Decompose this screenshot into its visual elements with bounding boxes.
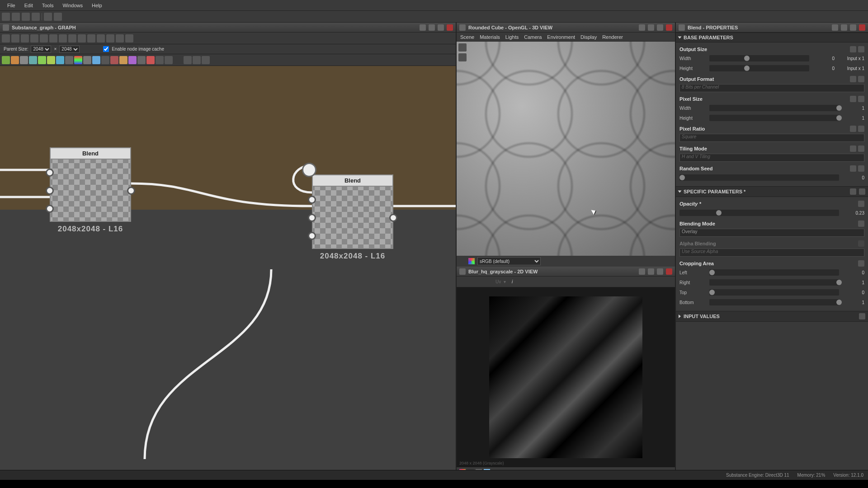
node-blend-2[interactable]: Blend 2048x2048 - L16 xyxy=(312,174,393,261)
crop-left-value[interactable]: 0 xyxy=(842,270,864,275)
menu-icon[interactable] xyxy=(858,76,864,82)
view3d-menu-materials[interactable]: Materials xyxy=(480,34,500,40)
link-icon[interactable] xyxy=(850,145,856,152)
palette-warp-icon[interactable] xyxy=(119,56,127,64)
menu-help[interactable]: Help xyxy=(87,1,107,10)
redo-icon[interactable] xyxy=(54,13,62,21)
info-overlay-icon[interactable] xyxy=(459,258,466,264)
port-in-3[interactable] xyxy=(308,232,316,240)
view3d-menu-renderer[interactable]: Renderer xyxy=(602,34,623,40)
open-icon[interactable] xyxy=(12,13,20,21)
crop-right-slider[interactable] xyxy=(709,279,839,286)
pixel-height-slider[interactable] xyxy=(709,115,839,121)
view3d-menu-lights[interactable]: Lights xyxy=(505,34,519,40)
view3d-menu-display[interactable]: Display xyxy=(580,34,597,40)
section-base-parameters[interactable]: BASE PARAMETERS xyxy=(676,33,868,42)
menu-icon[interactable] xyxy=(858,221,864,227)
palette-input-icon[interactable] xyxy=(2,56,10,64)
palette-transform-icon[interactable] xyxy=(56,56,64,64)
pin-icon[interactable] xyxy=(639,268,645,275)
close-icon[interactable] xyxy=(447,24,453,31)
menu-edit[interactable]: Edit xyxy=(20,1,38,10)
menu-windows[interactable]: Windows xyxy=(58,1,87,10)
palette-curve-icon[interactable] xyxy=(47,56,55,64)
fit-icon[interactable] xyxy=(49,34,57,42)
menu-tools[interactable]: Tools xyxy=(38,1,58,10)
maximize-icon[interactable] xyxy=(438,24,444,31)
palette-channels-icon[interactable] xyxy=(83,56,91,64)
maximize-icon[interactable] xyxy=(657,24,663,31)
cache-checkbox[interactable] xyxy=(103,46,109,52)
menu-icon[interactable] xyxy=(858,240,864,247)
link-icon[interactable] xyxy=(850,76,856,82)
add-icon[interactable] xyxy=(859,313,865,319)
camera-icon[interactable] xyxy=(21,34,29,42)
palette-pin-icon[interactable] xyxy=(202,56,210,64)
align-icon[interactable] xyxy=(68,34,76,42)
output-width-mode[interactable]: Input x 1 xyxy=(837,56,864,61)
pixel-width-slider[interactable] xyxy=(709,105,839,111)
menu-icon[interactable] xyxy=(858,96,864,102)
crop-left-slider[interactable] xyxy=(709,269,839,276)
output-width-slider[interactable] xyxy=(709,55,809,61)
save-icon[interactable] xyxy=(22,13,30,21)
crop-top-value[interactable]: 0 xyxy=(842,290,864,295)
undo-icon[interactable] xyxy=(44,13,52,21)
opacity-value[interactable]: 0.23 xyxy=(842,211,864,216)
open-image-icon[interactable] xyxy=(459,278,467,286)
section-input-values[interactable]: INPUT VALUES xyxy=(676,311,868,322)
maximize-icon[interactable] xyxy=(657,268,663,275)
palette-gradient-icon[interactable] xyxy=(74,56,82,64)
palette-normal-icon[interactable] xyxy=(92,56,100,64)
palette-output-icon[interactable] xyxy=(11,56,19,64)
graph-canvas[interactable]: Blend 2048x2048 - L16 Blend xyxy=(0,66,456,477)
crop-top-slider[interactable] xyxy=(709,289,839,296)
palette-fx-icon[interactable] xyxy=(156,56,164,64)
histogram-icon[interactable] xyxy=(519,278,526,286)
parent-size-width[interactable]: 2048 xyxy=(31,46,51,53)
section-specific-parameters[interactable]: SPECIFIC PARAMETERS * xyxy=(676,186,868,197)
palette-sharpen-icon[interactable] xyxy=(110,56,118,64)
opacity-slider[interactable] xyxy=(679,210,839,216)
view3d-menu-environment[interactable]: Environment xyxy=(547,34,575,40)
output-height-value[interactable]: 0 xyxy=(812,66,835,71)
menu-icon[interactable] xyxy=(858,46,864,52)
crop-bottom-value[interactable]: 1 xyxy=(842,300,864,305)
new-icon[interactable] xyxy=(2,13,10,21)
palette-blur-icon[interactable] xyxy=(101,56,109,64)
grid-icon[interactable] xyxy=(59,34,67,42)
palette-levels-icon[interactable] xyxy=(38,56,46,64)
frame-icon[interactable] xyxy=(116,34,124,42)
palette-bitmap-icon[interactable] xyxy=(146,56,155,64)
view3d-menu-scene[interactable]: Scene xyxy=(460,34,474,40)
menu-icon[interactable] xyxy=(858,260,864,267)
close-icon[interactable] xyxy=(666,268,672,275)
menu-icon[interactable] xyxy=(858,145,864,152)
close-icon[interactable] xyxy=(666,24,672,31)
output-height-mode[interactable]: Input x 1 xyxy=(837,66,864,71)
palette-svg-icon[interactable] xyxy=(137,56,146,64)
pixel-ratio-select[interactable]: Square xyxy=(679,134,864,142)
camera-overlay-icon[interactable] xyxy=(458,43,467,52)
pin-icon[interactable] xyxy=(832,24,838,31)
port-in-1[interactable] xyxy=(308,196,316,204)
select-tool-icon[interactable] xyxy=(2,34,10,42)
port-out[interactable] xyxy=(389,214,397,222)
restore-icon[interactable] xyxy=(648,268,654,275)
info-toggle-icon[interactable]: i xyxy=(509,278,516,286)
close-icon[interactable] xyxy=(859,24,865,31)
output-height-slider[interactable] xyxy=(709,65,809,71)
random-seed-value[interactable]: 0 xyxy=(842,175,864,180)
pan-tool-icon[interactable] xyxy=(11,34,19,42)
pixel-height-value[interactable]: 1 xyxy=(842,116,864,121)
palette-comment-icon[interactable] xyxy=(184,56,192,64)
palette-blend-icon[interactable] xyxy=(29,56,37,64)
link-icon[interactable] xyxy=(850,126,856,132)
output-format-select[interactable]: 8 Bits per Channel xyxy=(679,84,864,92)
expose-icon[interactable] xyxy=(850,188,856,195)
reset-size-icon[interactable] xyxy=(82,46,89,52)
link-icon[interactable] xyxy=(850,96,856,102)
maximize-icon[interactable] xyxy=(850,24,856,31)
restore-icon[interactable] xyxy=(841,24,847,31)
restore-icon[interactable] xyxy=(648,24,654,31)
